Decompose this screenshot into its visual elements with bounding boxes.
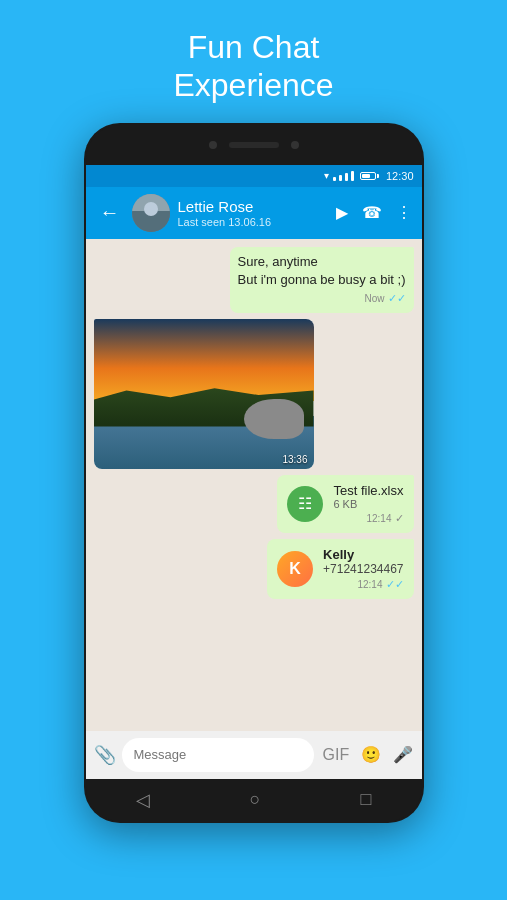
contact-time: 12:14 — [357, 579, 382, 590]
battery-fill — [362, 174, 370, 178]
message-meta-1: Now ✓✓ — [238, 291, 406, 306]
message-contact-1[interactable]: K Kelly +71241234467 12:14 ✓✓ — [267, 539, 413, 599]
back-nav-button[interactable]: ◁ — [120, 783, 166, 817]
header-subtitle: Experience — [173, 67, 333, 103]
message-input[interactable] — [122, 738, 314, 772]
phone-icon[interactable]: ☎ — [362, 203, 382, 222]
contact-bubble-avatar: K — [277, 551, 313, 587]
chat-area: Sure, anytimeBut i'm gonna be busy a bit… — [86, 239, 422, 731]
attach-icon[interactable]: 📎 — [94, 744, 116, 766]
home-nav-button[interactable]: ○ — [234, 783, 277, 816]
camera-dot — [209, 141, 217, 149]
screen: ▾ 12:30 — [86, 165, 422, 779]
battery-body — [360, 172, 376, 180]
avatar-person — [132, 194, 170, 232]
contact-name: Lettie Rose — [178, 198, 328, 216]
phone-frame: ▾ 12:30 — [84, 123, 424, 823]
contact-bubble-name: Kelly — [323, 547, 403, 562]
camera-dot-right — [291, 141, 299, 149]
contact-info: Lettie Rose Last seen 13.06.16 — [178, 198, 328, 228]
message-sent-1: Sure, anytimeBut i'm gonna be busy a bit… — [230, 247, 414, 313]
file-details: Test file.xlsx 6 KB 12:14 ✓ — [333, 483, 403, 525]
speaker-slot — [229, 142, 279, 148]
avatar-head — [144, 202, 158, 216]
bottom-nav: ◁ ○ □ — [86, 779, 422, 821]
contact-bubble-details: Kelly +71241234467 12:14 ✓✓ — [323, 547, 403, 591]
app-bar-actions: ▶ ☎ ⋮ — [336, 203, 412, 222]
signal-bars — [332, 171, 355, 181]
image-timestamp: 13:36 — [282, 454, 307, 465]
phone-top-bar — [86, 125, 422, 165]
contact-bubble-phone: +71241234467 — [323, 562, 403, 576]
video-call-icon[interactable]: ▶ — [336, 203, 348, 222]
more-options-icon[interactable]: ⋮ — [396, 203, 412, 222]
message-file-1[interactable]: ☷ Test file.xlsx 6 KB 12:14 ✓ — [277, 475, 413, 533]
bar3 — [345, 173, 348, 181]
bar4 — [351, 171, 354, 181]
img-sky — [94, 319, 314, 402]
header-text: Fun Chat Experience — [173, 28, 333, 105]
status-icons: ▾ 12:30 — [324, 170, 414, 182]
contact-status: Last seen 13.06.16 — [178, 216, 328, 228]
contact-check: ✓✓ — [386, 578, 404, 591]
contact-bubble-meta: 12:14 ✓✓ — [323, 578, 403, 591]
input-bar: 📎 GIF 🙂 🎤 — [86, 731, 422, 779]
status-bar: ▾ 12:30 — [86, 165, 422, 187]
message-check-1: ✓✓ — [388, 291, 406, 306]
battery-icon — [360, 172, 379, 180]
contact-avatar — [132, 194, 170, 232]
bar2 — [339, 175, 342, 181]
spreadsheet-icon: ☷ — [298, 494, 312, 513]
recent-nav-button[interactable]: □ — [345, 783, 388, 816]
img-rocks — [244, 399, 304, 439]
gif-button[interactable]: GIF — [320, 744, 353, 766]
status-time: 12:30 — [386, 170, 414, 182]
message-text-1: Sure, anytimeBut i'm gonna be busy a bit… — [238, 253, 406, 289]
file-meta: 12:14 ✓ — [333, 512, 403, 525]
mic-icon[interactable]: 🎤 — [390, 743, 416, 766]
file-time: 12:14 — [366, 513, 391, 524]
file-name: Test file.xlsx — [333, 483, 403, 498]
header-title: Fun Chat — [188, 29, 320, 65]
battery-tip — [377, 174, 379, 178]
file-size: 6 KB — [333, 498, 403, 510]
back-button[interactable]: ← — [96, 197, 124, 228]
signal-icon: ▾ — [324, 170, 329, 181]
file-icon: ☷ — [287, 486, 323, 522]
bar1 — [333, 177, 336, 181]
emoji-icon[interactable]: 🙂 — [358, 743, 384, 766]
contact-initial: K — [289, 560, 301, 578]
image-placeholder: 13:36 — [94, 319, 314, 469]
message-time-1: Now — [364, 292, 384, 306]
message-image-1: 13:36 — [94, 319, 314, 469]
file-check: ✓ — [395, 512, 404, 525]
app-bar: ← Lettie Rose Last seen 13.06.16 ▶ ☎ ⋮ — [86, 187, 422, 239]
